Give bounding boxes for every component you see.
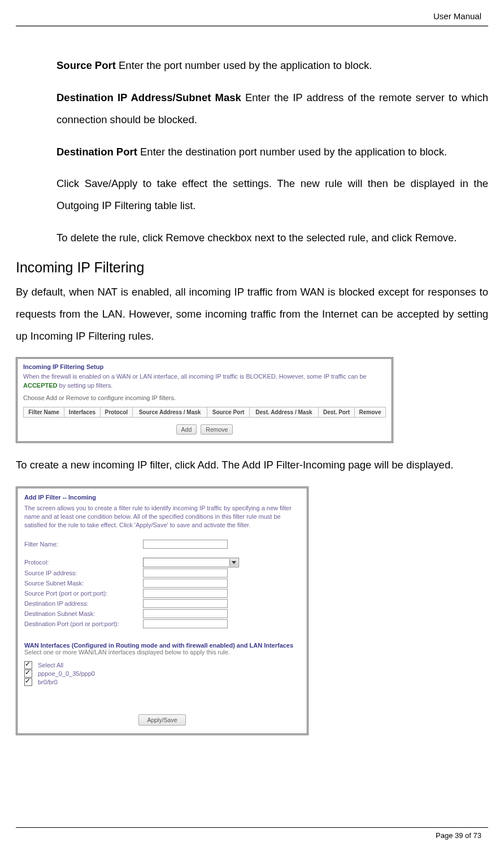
filter-table: Filter Name Interfaces Protocol Source A… — [23, 407, 386, 418]
table-header-row: Filter Name Interfaces Protocol Source A… — [24, 407, 386, 418]
label-filter-name: Filter Name: — [24, 541, 143, 548]
row-dst-ip: Destination IP address: — [24, 599, 300, 608]
col-source-port: Source Port — [207, 407, 249, 418]
paragraph-dest-port: Destination Port Enter the destination p… — [57, 141, 488, 163]
apply-save-button[interactable]: Apply/Save — [138, 714, 185, 726]
apply-row: Apply/Save — [24, 714, 300, 726]
checkbox-br0[interactable] — [24, 678, 32, 686]
mid-text-block: To create a new incoming IP filter, clic… — [0, 454, 504, 476]
label-src-port: Source Port (port or port:port): — [24, 590, 143, 597]
col-protocol: Protocol — [101, 407, 133, 418]
input-filter-name[interactable] — [143, 540, 228, 549]
shot1-desc-post: by setting up filters. — [58, 382, 113, 389]
row-filter-name: Filter Name: — [24, 540, 300, 549]
row-protocol: Protocol: — [24, 558, 300, 567]
checkbox-row-select-all: Select All — [24, 661, 300, 669]
shot1-title: Incoming IP Filtering Setup — [23, 363, 386, 370]
checkbox-select-all[interactable] — [24, 661, 32, 669]
document-page: User Manual Source Port Enter the port n… — [0, 0, 504, 851]
col-dest-address: Dest. Address / Mask — [249, 407, 318, 418]
input-src-port[interactable] — [143, 589, 228, 598]
row-src-ip: Source IP address: — [24, 568, 300, 578]
section-title: Incoming IP Filtering — [16, 259, 488, 276]
label-dst-port: Destination Port (port or port:port): — [24, 620, 143, 627]
row-dst-mask: Destination Subnet Mask: — [24, 609, 300, 618]
shot1-desc: When the firewall is enabled on a WAN or… — [23, 372, 386, 390]
wan-interfaces-desc: Select one or more WAN/LAN interfaces di… — [24, 649, 300, 655]
text-source-port: Enter the port number used by the applic… — [116, 59, 372, 71]
row-src-mask: Source Subnet Mask: — [24, 579, 300, 588]
checkbox-label-select-all: Select All — [38, 662, 63, 668]
col-dest-port: Dest. Port — [319, 407, 355, 418]
text-dest-port: Enter the destination port number used b… — [137, 146, 447, 158]
checkbox-row-pppoe: pppoe_0_0_35/ppp0 — [24, 670, 300, 678]
mid-paragraph: To create a new incoming IP filter, clic… — [16, 454, 488, 476]
label-protocol: Protocol: — [24, 559, 143, 566]
label-dst-mask: Destination Subnet Mask: — [24, 610, 143, 617]
row-src-port: Source Port (port or port:port): — [24, 589, 300, 598]
input-dst-port[interactable] — [143, 619, 228, 628]
checkbox-label-pppoe: pppoe_0_0_35/ppp0 — [38, 670, 95, 677]
shot2-desc: The screen allows you to create a filter… — [24, 504, 300, 529]
label-dst-ip: Destination IP address: — [24, 600, 143, 607]
shot1-desc-pre: When the firewall is enabled on a WAN or… — [23, 373, 367, 380]
input-dst-ip[interactable] — [143, 599, 228, 608]
col-interfaces: Interfaces — [64, 407, 100, 418]
body-content: Source Port Enter the port number used b… — [0, 55, 504, 249]
wan-interfaces-title: WAN Interfaces (Configured in Routing mo… — [24, 642, 300, 649]
checkbox-pppoe[interactable] — [24, 670, 32, 678]
label-dest-ip: Destination IP Address/Subnet Mask — [57, 92, 241, 103]
shot1-desc2: Choose Add or Remove to configure incomi… — [23, 394, 386, 401]
input-dst-mask[interactable] — [143, 609, 228, 618]
input-src-ip[interactable] — [143, 568, 228, 578]
paragraph-save-apply: Click Save/Apply to take effect the sett… — [57, 173, 488, 217]
divider-bottom — [16, 827, 488, 828]
add-button[interactable]: Add — [176, 424, 197, 435]
label-source-port: Source Port — [57, 59, 116, 71]
screenshot-filtering-setup: Incoming IP Filtering Setup When the fir… — [16, 357, 393, 443]
input-src-mask[interactable] — [143, 579, 228, 588]
col-filter-name: Filter Name — [24, 407, 64, 418]
button-row: Add Remove — [23, 424, 386, 435]
label-src-ip: Source IP address: — [24, 570, 143, 576]
page-header: User Manual — [0, 11, 504, 25]
shot2-title: Add IP Filter -- Incoming — [24, 494, 300, 501]
screenshot-add-filter: Add IP Filter -- Incoming The screen all… — [16, 487, 309, 735]
intro-paragraph: By default, when NAT is enabled, all inc… — [16, 281, 488, 348]
row-dst-port: Destination Port (port or port:port): — [24, 619, 300, 628]
shot1-accepted: ACCEPTED — [23, 382, 58, 389]
divider-top — [16, 25, 488, 27]
select-protocol[interactable] — [143, 558, 239, 567]
col-source-address: Source Address / Mask — [132, 407, 207, 418]
paragraph-delete-rule: To delete the rule, click Remove checkbo… — [57, 227, 488, 249]
checkbox-label-br0: br0/br0 — [38, 679, 58, 685]
paragraph-source-port: Source Port Enter the port number used b… — [57, 55, 488, 77]
paragraph-dest-ip: Destination IP Address/Subnet Mask Enter… — [57, 87, 488, 131]
col-remove: Remove — [355, 407, 386, 418]
intro-text: By default, when NAT is enabled, all inc… — [0, 281, 504, 348]
remove-button[interactable]: Remove — [201, 424, 233, 435]
checkbox-row-br0: br0/br0 — [24, 678, 300, 686]
label-dest-port: Destination Port — [57, 146, 137, 158]
page-footer: Page 39 of 73 — [0, 830, 504, 840]
label-src-mask: Source Subnet Mask: — [24, 580, 143, 587]
